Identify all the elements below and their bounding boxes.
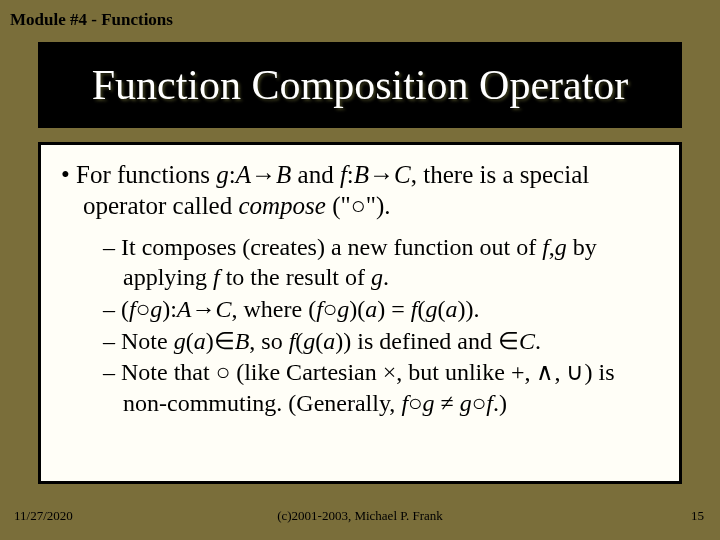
compose-icon: ○ — [136, 296, 151, 322]
var-C: C — [394, 161, 411, 188]
text: ( — [186, 328, 194, 354]
text: : — [347, 161, 354, 188]
text: • For functions — [61, 161, 216, 188]
var-f: f — [486, 390, 493, 416]
sub-bullet-3: – Note g(a)∈B, so f(g(a)) is defined and… — [103, 326, 659, 357]
text: : — [229, 161, 236, 188]
var-g: g — [426, 296, 438, 322]
sub-bullet-4: – Note that ○ (like Cartesian ×, but unl… — [103, 357, 659, 418]
text: )( — [349, 296, 365, 322]
arrow-icon: → — [192, 296, 216, 322]
text: , so — [249, 328, 288, 354]
var-B: B — [276, 161, 291, 188]
var-f: f — [340, 161, 347, 188]
sub-bullet-2: – (f○g):A→C, where (f○g)(a) = f(g(a)). — [103, 294, 659, 325]
text: ): — [162, 296, 177, 322]
var-B: B — [354, 161, 369, 188]
text: , where ( — [232, 296, 317, 322]
text: ("○"). — [326, 192, 391, 219]
var-g: g — [337, 296, 349, 322]
text: )∈ — [206, 328, 235, 354]
var-A: A — [177, 296, 192, 322]
text: )) is defined and ∈ — [335, 328, 519, 354]
var-g: g — [150, 296, 162, 322]
arrow-icon: → — [251, 161, 276, 188]
var-f: f — [542, 234, 549, 260]
var-g: g — [216, 161, 229, 188]
var-f: f — [213, 264, 220, 290]
var-g: g — [174, 328, 186, 354]
footer-date: 11/27/2020 — [14, 508, 73, 524]
var-a: a — [365, 296, 377, 322]
title-box: Function Composition Operator — [38, 42, 682, 128]
text: – Note — [103, 328, 174, 354]
sub-bullet-1: – It composes (creates) a new function o… — [103, 232, 659, 293]
text: ( — [438, 296, 446, 322]
text: ( — [418, 296, 426, 322]
text: and — [291, 161, 340, 188]
sub-list: – It composes (creates) a new function o… — [61, 232, 659, 419]
var-g: g — [555, 234, 567, 260]
var-g: g — [460, 390, 472, 416]
var-a: a — [323, 328, 335, 354]
text: )). — [458, 296, 480, 322]
text: to the result of — [220, 264, 371, 290]
var-g: g — [423, 390, 435, 416]
compose-word: compose — [238, 192, 325, 219]
var-f: f — [411, 296, 418, 322]
var-C: C — [519, 328, 535, 354]
main-bullet: • For functions g:A→B and f:B→C, there i… — [61, 159, 659, 222]
var-a: a — [446, 296, 458, 322]
var-g: g — [303, 328, 315, 354]
slide-title: Function Composition Operator — [92, 61, 629, 109]
var-B: B — [235, 328, 250, 354]
var-f: f — [129, 296, 136, 322]
compose-icon: ○ — [472, 390, 487, 416]
var-g: g — [371, 264, 383, 290]
text: .) — [493, 390, 507, 416]
compose-icon: ○ — [408, 390, 423, 416]
arrow-icon: → — [369, 161, 394, 188]
var-f: f — [316, 296, 323, 322]
text: ) = — [377, 296, 411, 322]
module-header: Module #4 - Functions — [10, 10, 173, 30]
neq-icon: ≠ — [435, 390, 460, 416]
footer-copyright: (c)2001-2003, Michael P. Frank — [277, 508, 443, 524]
text: – It composes (creates) a new function o… — [103, 234, 542, 260]
content-box: • For functions g:A→B and f:B→C, there i… — [38, 142, 682, 484]
text: . — [383, 264, 389, 290]
text: . — [535, 328, 541, 354]
text: – Note that ○ (like Cartesian ×, but unl… — [103, 359, 614, 416]
var-A: A — [236, 161, 251, 188]
compose-icon: ○ — [323, 296, 338, 322]
footer-page-number: 15 — [691, 508, 704, 524]
var-C: C — [216, 296, 232, 322]
text: – ( — [103, 296, 129, 322]
var-a: a — [194, 328, 206, 354]
